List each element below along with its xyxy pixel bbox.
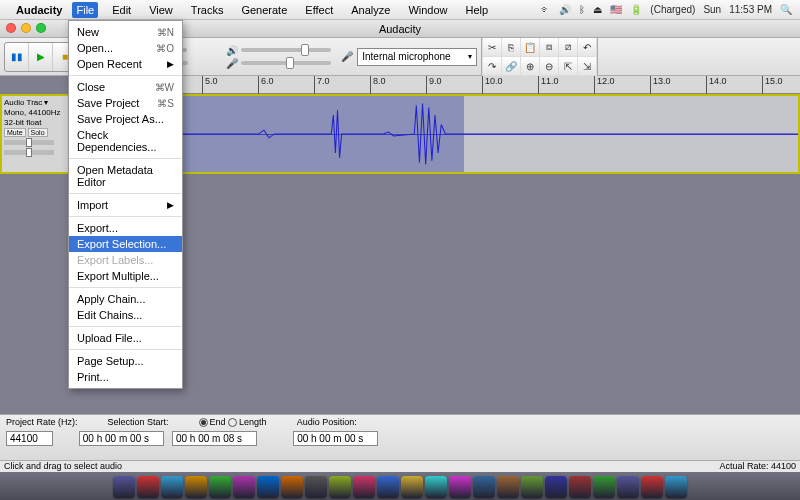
selection-start-input[interactable]: 00 h 00 m 00 s: [79, 431, 164, 446]
dock-app[interactable]: [641, 476, 663, 498]
redo-button[interactable]: ↷: [483, 57, 501, 75]
fit-project-button[interactable]: ⇲: [578, 57, 596, 75]
dock-app[interactable]: [353, 476, 375, 498]
audio-position-input[interactable]: 00 h 00 m 00 s: [293, 431, 378, 446]
file-menu-open-metadata-editor[interactable]: Open Metadata Editor: [69, 162, 182, 190]
wifi-icon[interactable]: ᯤ: [541, 4, 551, 15]
undo-button[interactable]: ↶: [578, 38, 596, 56]
dock-app[interactable]: [521, 476, 543, 498]
play-button[interactable]: ▶: [29, 43, 53, 71]
file-menu-save-project[interactable]: Save Project⌘S: [69, 95, 182, 111]
menu-generate[interactable]: Generate: [237, 2, 291, 18]
menu-effect[interactable]: Effect: [301, 2, 337, 18]
file-menu-open-recent[interactable]: Open Recent▶: [69, 56, 182, 72]
file-menu-save-project-as[interactable]: Save Project As...: [69, 111, 182, 127]
dock-app[interactable]: [617, 476, 639, 498]
dock-app[interactable]: [665, 476, 687, 498]
dock-app[interactable]: [137, 476, 159, 498]
dock-app[interactable]: [185, 476, 207, 498]
dock-app[interactable]: [377, 476, 399, 498]
dock-app[interactable]: [545, 476, 567, 498]
file-menu-open[interactable]: Open...⌘O: [69, 40, 182, 56]
eject-icon[interactable]: ⏏: [593, 4, 602, 15]
copy-button[interactable]: ⎘: [502, 38, 520, 56]
clock-time[interactable]: 11:53 PM: [729, 4, 772, 15]
file-menu-import[interactable]: Import▶: [69, 197, 182, 213]
link-button[interactable]: 🔗: [502, 57, 520, 75]
track-name[interactable]: Audio Trac: [4, 98, 42, 107]
trim-button[interactable]: ⧈: [540, 38, 558, 56]
dock-app[interactable]: [209, 476, 231, 498]
dock-app[interactable]: [497, 476, 519, 498]
solo-button[interactable]: Solo: [28, 128, 48, 137]
mic-icon: 🎤: [341, 51, 353, 62]
dock-app[interactable]: [593, 476, 615, 498]
silence-button[interactable]: ⧄: [559, 38, 577, 56]
playback-volume-slider[interactable]: [241, 48, 331, 52]
input-device-select[interactable]: Internal microphone: [357, 48, 477, 66]
close-window-button[interactable]: [6, 23, 16, 33]
menu-window[interactable]: Window: [404, 2, 451, 18]
dock-app[interactable]: [449, 476, 471, 498]
pan-slider[interactable]: [4, 150, 54, 155]
gain-slider[interactable]: [4, 140, 54, 145]
file-menu-check-dependencies[interactable]: Check Dependencies...: [69, 127, 182, 155]
spotlight-icon[interactable]: 🔍: [780, 4, 792, 15]
minimize-window-button[interactable]: [21, 23, 31, 33]
ruler-tick: 11.0: [538, 76, 559, 94]
file-menu-apply-chain[interactable]: Apply Chain...: [69, 291, 182, 307]
file-menu-export-selection[interactable]: Export Selection...: [69, 236, 182, 252]
dock-app[interactable]: [425, 476, 447, 498]
file-menu-print[interactable]: Print...: [69, 369, 182, 385]
selection-end-input[interactable]: 00 h 00 m 08 s: [172, 431, 257, 446]
file-menu-new[interactable]: New⌘N: [69, 24, 182, 40]
file-menu-edit-chains[interactable]: Edit Chains...: [69, 307, 182, 323]
ruler-tick: 6.0: [258, 76, 274, 94]
end-radio[interactable]: End: [199, 417, 226, 427]
zoom-window-button[interactable]: [36, 23, 46, 33]
file-menu-upload-file[interactable]: Upload File...: [69, 330, 182, 346]
menu-view[interactable]: View: [145, 2, 177, 18]
dock-app[interactable]: [473, 476, 495, 498]
track-header: Audio Trac▾ Mono, 44100Hz 32-bit float M…: [2, 96, 72, 172]
file-menu-export[interactable]: Export...: [69, 220, 182, 236]
fit-selection-button[interactable]: ⇱: [559, 57, 577, 75]
menu-edit[interactable]: Edit: [108, 2, 135, 18]
menu-help[interactable]: Help: [462, 2, 493, 18]
length-radio[interactable]: Length: [228, 417, 267, 427]
file-menu-dropdown: New⌘NOpen...⌘OOpen Recent▶Close⌘WSave Pr…: [68, 20, 183, 389]
menu-file[interactable]: File: [72, 2, 98, 18]
paste-button[interactable]: 📋: [521, 38, 539, 56]
zoom-out-button[interactable]: ⊖: [540, 57, 558, 75]
cut-button[interactable]: ✂: [483, 38, 501, 56]
file-menu-export-multiple[interactable]: Export Multiple...: [69, 268, 182, 284]
audio-position-label: Audio Position:: [297, 417, 357, 429]
menu-analyze[interactable]: Analyze: [347, 2, 394, 18]
selection-start-label: Selection Start:: [108, 417, 169, 429]
file-menu-page-setup[interactable]: Page Setup...: [69, 353, 182, 369]
dock-app[interactable]: [281, 476, 303, 498]
mute-button[interactable]: Mute: [4, 128, 26, 137]
flag-icon[interactable]: 🇺🇸: [610, 4, 622, 15]
battery-icon[interactable]: 🔋: [630, 4, 642, 15]
pause-button[interactable]: ▮▮: [5, 43, 29, 71]
menu-tracks[interactable]: Tracks: [187, 2, 228, 18]
battery-text: (Charged): [650, 4, 695, 15]
app-name[interactable]: Audacity: [16, 4, 62, 16]
dock-app[interactable]: [233, 476, 255, 498]
record-volume-slider[interactable]: [241, 61, 331, 65]
dock-app[interactable]: [161, 476, 183, 498]
dock-app[interactable]: [401, 476, 423, 498]
dock-app[interactable]: [305, 476, 327, 498]
project-rate-input[interactable]: 44100: [6, 431, 53, 446]
zoom-in-button[interactable]: ⊕: [521, 57, 539, 75]
dock-app[interactable]: [257, 476, 279, 498]
file-menu-close[interactable]: Close⌘W: [69, 79, 182, 95]
volume-icon[interactable]: 🔊: [559, 4, 571, 15]
dock-app[interactable]: [569, 476, 591, 498]
track-menu-icon[interactable]: ▾: [44, 98, 48, 107]
dock-app[interactable]: [113, 476, 135, 498]
dock-app[interactable]: [329, 476, 351, 498]
bluetooth-icon[interactable]: ᛒ: [579, 4, 585, 15]
track-info-1: Mono, 44100Hz: [4, 108, 69, 117]
